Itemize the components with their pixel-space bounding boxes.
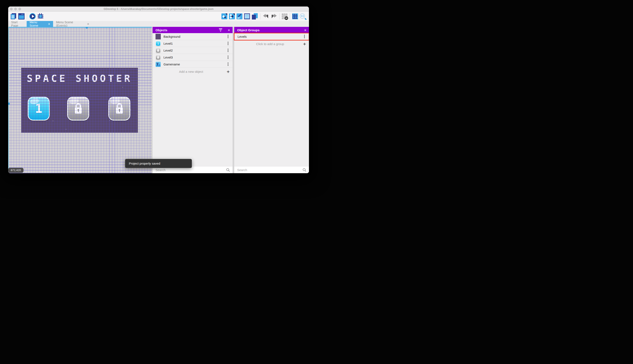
object-menu-icon[interactable] — [226, 48, 230, 53]
blue-button-icon: 1 — [156, 41, 161, 46]
close-tab-icon[interactable]: × — [48, 22, 50, 26]
horizontal-scrollbar[interactable] — [8, 27, 152, 28]
cursor-coordinates: 871;420 — [8, 168, 24, 173]
objects-groups-splitter[interactable] — [232, 27, 234, 173]
object-row-level2[interactable]: Level2 — [153, 47, 232, 54]
object-menu-icon[interactable] — [226, 41, 230, 46]
edit-scene-icon[interactable] — [236, 14, 242, 19]
vertical-scrollbar[interactable] — [8, 27, 9, 173]
redo-icon[interactable] — [271, 13, 277, 20]
layers-icon-shapes — [252, 13, 258, 20]
properties-icon[interactable] — [244, 14, 250, 19]
vertical-scrollbar-thumb[interactable] — [8, 102, 10, 105]
object-row-level3[interactable]: Level3 — [153, 54, 232, 61]
close-panel-icon[interactable]: × — [228, 28, 230, 32]
objects-panel-header: Objects × — [153, 27, 232, 33]
search-icon — [226, 168, 230, 172]
toolbar-separator — [27, 13, 27, 20]
main-content: SPACE SHOOTER 1 — [8, 27, 309, 173]
object-menu-icon[interactable] — [226, 55, 230, 60]
plus-icon[interactable]: + — [303, 42, 306, 46]
objects-panel-title: Objects — [156, 28, 167, 32]
add-group-button[interactable]: Click to add a group + — [234, 40, 309, 48]
instances-icon[interactable] — [229, 14, 235, 19]
lock-icon — [114, 102, 125, 115]
toolbar-separator — [260, 13, 260, 20]
tab-start-page[interactable]: Start Page — [8, 21, 27, 27]
save-toast: Project properly saved — [125, 159, 192, 168]
object-groups-empty-area — [234, 48, 309, 166]
play-preview-icon[interactable] — [29, 13, 36, 20]
save-toast-text: Project properly saved — [129, 162, 160, 165]
add-new-object-button[interactable]: Add a new object + — [153, 68, 232, 76]
group-row-levels[interactable]: Levels — [234, 33, 309, 40]
add-group-label: Click to add a group — [237, 42, 303, 46]
plus-icon[interactable]: + — [227, 69, 230, 74]
level1-button-sprite[interactable]: 1 — [28, 97, 50, 120]
scene-title-text: SPACE SHOOTER — [21, 73, 138, 84]
debug-icon[interactable] — [37, 13, 44, 20]
purple-swatch-icon — [156, 34, 161, 40]
level3-locked-sprite[interactable] — [108, 97, 130, 120]
close-panel-icon[interactable]: × — [304, 28, 306, 32]
text-object-icon: Tx — [156, 62, 161, 67]
objects-panel: Objects × Background 1 Level1 — [153, 27, 232, 173]
search-icon — [302, 168, 306, 172]
object-row-background[interactable]: Background — [153, 33, 232, 40]
group-menu-icon[interactable] — [303, 34, 306, 39]
editor-tabs: Start Page Menu Scene × Menu Scene (Even… — [8, 21, 309, 27]
scene-editor-canvas[interactable]: SPACE SHOOTER 1 — [8, 27, 152, 173]
lock-icon — [73, 102, 84, 115]
close-tab-icon[interactable]: × — [87, 22, 89, 26]
object-label: Background — [163, 35, 226, 38]
tab-menu-scene-events-label: Menu Scene (Events) — [56, 20, 85, 27]
add-new-object-label: Add a new object — [156, 70, 227, 74]
game-scene-preview[interactable]: SPACE SHOOTER 1 — [21, 68, 138, 133]
object-menu-icon[interactable] — [226, 62, 230, 67]
object-label: Gamename — [163, 62, 226, 66]
tab-menu-scene[interactable]: Menu Scene × — [27, 21, 53, 27]
toolbar-right-group: 1:1 — [221, 13, 308, 20]
object-label: Level3 — [163, 56, 226, 59]
object-row-gamename[interactable]: Tx Gamename — [153, 61, 232, 68]
object-label: Level1 — [163, 42, 226, 45]
project-manager-icon[interactable] — [10, 13, 17, 20]
object-label: Level2 — [163, 49, 226, 52]
level2-locked-sprite[interactable] — [67, 97, 89, 120]
object-row-level1[interactable]: 1 Level1 — [153, 40, 232, 47]
object-groups-panel: Object Groups × Levels Click to add a gr… — [234, 27, 309, 173]
tab-start-page-label: Start Page — [11, 20, 24, 27]
main-toolbar: 1:1 — [8, 12, 309, 21]
groups-search-input[interactable] — [237, 168, 302, 172]
objects-search-input[interactable] — [156, 168, 226, 172]
add-object-icon[interactable] — [221, 14, 227, 19]
object-menu-icon[interactable] — [226, 34, 230, 39]
objects-panel-empty-area — [153, 76, 232, 166]
toggle-mask-icon[interactable] — [282, 14, 287, 19]
preview-window-icon[interactable] — [18, 13, 25, 20]
toggle-grid-icon[interactable] — [292, 14, 298, 19]
object-groups-header: Object Groups × — [234, 27, 309, 33]
zoom-original-icon[interactable]: 1:1 — [300, 13, 307, 20]
lock-icon — [156, 48, 161, 53]
filter-icon[interactable] — [219, 28, 222, 32]
gdevelop-window: GDevelop 5 - /Users/dkarakay/Documents/G… — [8, 6, 309, 173]
groups-search-bar — [234, 166, 309, 173]
window-title: GDevelop 5 - /Users/dkarakay/Documents/G… — [8, 8, 309, 10]
object-groups-title: Object Groups — [237, 28, 260, 32]
tab-menu-scene-events[interactable]: Menu Scene (Events) × — [53, 21, 92, 27]
level1-number: 1 — [35, 102, 42, 116]
horizontal-scrollbar-thumb[interactable] — [86, 27, 88, 28]
tab-menu-scene-label: Menu Scene — [30, 20, 46, 27]
undo-icon[interactable] — [263, 13, 269, 20]
lock-icon — [156, 55, 161, 60]
titlebar: GDevelop 5 - /Users/dkarakay/Documents/G… — [8, 6, 309, 12]
group-label: Levels — [238, 35, 303, 38]
